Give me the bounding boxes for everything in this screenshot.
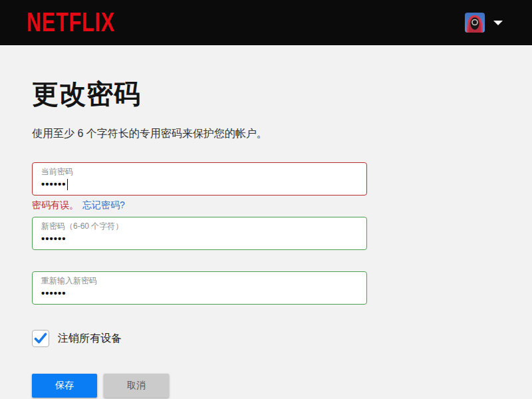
top-nav: NETFLIX xyxy=(0,0,532,45)
signout-all-devices-row[interactable]: 注销所有设备 xyxy=(32,330,122,347)
profile-menu[interactable] xyxy=(465,13,503,33)
save-button[interactable]: 保存 xyxy=(32,374,97,398)
password-error-text: 密码有误。 xyxy=(32,200,78,210)
profile-avatar-icon xyxy=(465,13,485,33)
signout-label: 注销所有设备 xyxy=(58,332,122,346)
signout-checkbox[interactable] xyxy=(32,330,49,347)
change-password-page: 更改密码 使用至少 6 个字符长的专用密码来保护您的帐户。 当前密码 •••••… xyxy=(0,45,532,398)
checkmark-icon xyxy=(33,331,48,346)
password-error-row: 密码有误。忘记密码? xyxy=(32,199,367,211)
new-password-label: 新密码（6-60 个字符） xyxy=(41,221,358,231)
cancel-button[interactable]: 取消 xyxy=(104,374,169,398)
page-subtitle: 使用至少 6 个字符长的专用密码来保护您的帐户。 xyxy=(32,127,500,141)
text-cursor xyxy=(67,179,68,190)
forgot-password-link[interactable]: 忘记密码? xyxy=(82,200,125,210)
current-password-label: 当前密码 xyxy=(41,167,358,177)
new-password-field[interactable]: 新密码（6-60 个字符） •••••• xyxy=(32,217,367,250)
current-password-field[interactable]: 当前密码 •••••• xyxy=(32,162,367,196)
confirm-password-field[interactable]: 重新输入新密码 •••••• xyxy=(32,271,367,305)
confirm-password-label: 重新输入新密码 xyxy=(41,276,358,286)
netflix-logo[interactable]: NETFLIX xyxy=(27,7,115,38)
confirm-password-value: •••••• xyxy=(41,287,66,299)
page-title: 更改密码 xyxy=(32,76,500,112)
chevron-down-icon xyxy=(493,21,503,25)
action-buttons: 保存 取消 xyxy=(32,374,500,398)
new-password-value: •••••• xyxy=(41,233,66,245)
current-password-value: •••••• xyxy=(41,178,66,190)
